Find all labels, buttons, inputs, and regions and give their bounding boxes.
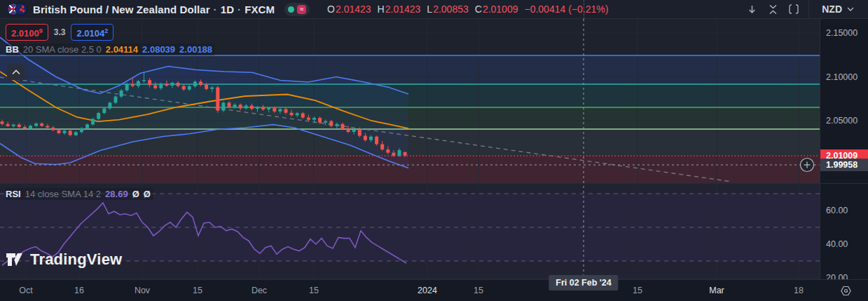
time-axis-tick: 16 [74,286,84,295]
change-value: −0.00414 (−0.21%) [524,4,608,15]
arrow-down-icon [747,4,757,15]
time-axis-tick: Dec [252,286,267,295]
spread-value: 3.3 [54,27,66,37]
bb-lower-value: 2.00188 [179,44,212,55]
chart-canvas[interactable] [0,19,820,282]
pane-separator[interactable] [820,183,868,184]
toolbar-divider [808,0,809,19]
market-open-dot-icon [288,6,294,13]
collapse-panes-button[interactable] [762,1,783,17]
fullscreen-button[interactable] [783,1,804,17]
watermark-text: TradingView [30,250,122,269]
time-axis-tick: Nov [135,286,150,295]
bb-params: 20 SMA close 2.5 0 [23,44,102,55]
rsi-scale-tick: 60.00 [826,205,848,216]
rsi-ma2-empty: Ø [144,189,151,199]
exchange-label[interactable]: FXCM [244,4,275,15]
time-axis-tick: 2024 [418,286,437,295]
time-axis-tick: Mar [709,286,724,295]
toolbar-right-group: NZD [741,0,862,18]
time-axis-tick: 15 [633,286,642,295]
candle [221,102,225,112]
title-separator: · [237,4,241,15]
candle [125,83,129,92]
rsi-indicator-legend[interactable]: RSI 14 close SMA 14 2 28.69 Ø Ø [6,188,153,200]
bid-price-box[interactable]: 2.01009 [6,24,48,41]
price-scale-tick: 2.10000 [826,72,857,83]
currency-dropdown[interactable]: NZD [813,0,862,18]
crosshair-price-badge: 1.99958 [820,159,868,171]
pane-expand-button[interactable] [7,65,25,80]
title-separator: · [214,4,217,15]
axis-settings-icon[interactable] [839,284,853,300]
chevron-down-icon [847,7,854,11]
chart-header-toolbar: British Pound / New Zealand Dollar · 1D … [0,0,868,19]
bb-basis-value: 2.04114 [106,44,138,55]
price-zone [0,156,820,183]
chart-pane[interactable]: 2.01009 3.3 2.01042 BB 20 SMA close 2.5 … [0,19,820,279]
rsi-value: 28.69 [105,189,128,199]
ask-price-box[interactable]: 2.01042 [71,24,113,41]
time-axis-tick: 18 [794,286,804,295]
high-label: H [378,4,385,15]
price-scale[interactable]: 2.150002.100002.0500060.0040.0020.002.01… [820,19,868,279]
price-scale-tick: 2.15000 [826,27,857,39]
bb-name: BB [6,44,19,55]
time-axis-tick: 15 [193,286,202,295]
symbol-title[interactable]: British Pound / New Zealand Dollar [33,4,210,15]
price-zone [0,55,820,84]
open-label: O [327,4,335,15]
bb-indicator-legend[interactable]: BB 20 SMA close 2.5 0 2.04114 2.08039 2.… [6,44,215,55]
time-axis-tick: Oct [19,286,32,295]
time-axis-tick: 15 [474,286,483,295]
currency-label: NZD [822,4,842,15]
close-label: C [475,4,482,15]
tradingview-logo-icon [6,251,25,268]
nz-flag-icon [15,3,27,15]
collapse-icon [768,4,778,15]
market-status-pill[interactable]: ≈ [284,3,310,16]
add-alert-plus-icon [801,159,814,172]
time-axis-tick: 15 [309,286,319,295]
low-value: 2.00853 [433,4,469,15]
high-value: 2.01423 [385,4,421,15]
chevron-up-icon [12,69,20,75]
time-axis[interactable]: Oct16Nov15Dec1520241515Mar18 Fri 02 Feb … [0,279,868,301]
close-value: 2.01009 [483,4,518,15]
candle [91,118,95,126]
rsi-ma1-empty: Ø [132,189,139,199]
candle [114,95,118,104]
trading-chart-app: British Pound / New Zealand Dollar · 1D … [0,0,868,301]
rsi-params: 14 close SMA 14 2 [25,189,101,199]
bid-ask-row: 2.01009 3.3 2.01042 [6,24,113,41]
rsi-name: RSI [6,189,21,199]
candle [216,86,219,113]
open-value: 2.01423 [336,4,371,15]
symbol-flags-icon [7,3,27,15]
low-label: L [427,4,432,15]
fullscreen-icon [788,4,799,15]
scroll-to-recent-button[interactable] [741,1,762,17]
notification-flame-icon: ≈ [297,5,306,14]
ohlc-readout: O2.01423 H2.01423 L2.00853 C2.01009 −0.0… [321,4,608,15]
crosshair-date-label: Fri 02 Feb '24 [549,275,618,290]
bb-upper-value: 2.08039 [142,44,175,55]
tradingview-watermark: TradingView [6,250,122,269]
rsi-scale-tick: 40.00 [826,239,848,250]
interval-button[interactable]: 1D [221,4,234,15]
crosshair-topbar-stub [584,0,584,19]
price-scale-tick: 2.05000 [826,115,857,126]
